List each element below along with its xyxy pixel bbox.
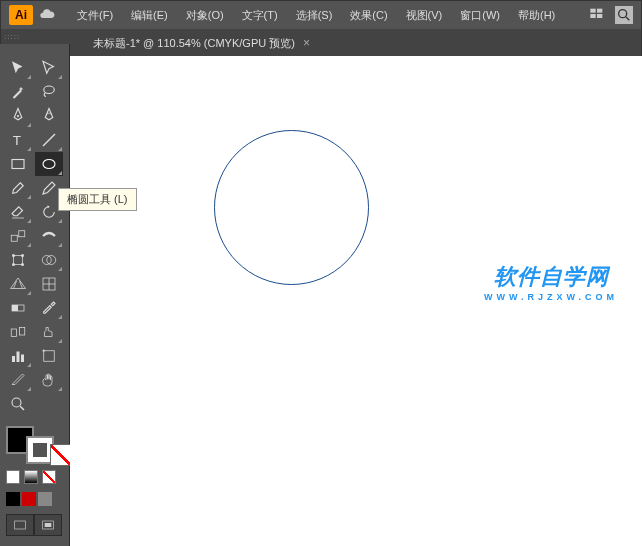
svg-point-18: [21, 254, 24, 257]
magic-wand-tool[interactable]: [4, 80, 32, 104]
svg-point-4: [619, 10, 627, 18]
svg-rect-35: [43, 351, 54, 362]
ellipse-shape[interactable]: [214, 130, 369, 285]
normal-screen-mode[interactable]: [6, 514, 34, 536]
svg-rect-40: [15, 521, 26, 529]
tool-tooltip: 椭圆工具 (L): [58, 188, 137, 211]
color-swatch-area: [0, 420, 69, 490]
svg-rect-34: [21, 355, 24, 363]
width-tool[interactable]: [35, 224, 63, 248]
svg-line-9: [43, 134, 55, 146]
svg-rect-1: [597, 8, 602, 12]
svg-rect-31: [20, 328, 25, 336]
svg-line-5: [626, 17, 629, 20]
color-mode-icon[interactable]: [6, 470, 20, 484]
none-mode-icon[interactable]: [42, 470, 56, 484]
slice-tool[interactable]: [4, 368, 32, 392]
screen-mode-row: [0, 508, 69, 542]
svg-point-6: [43, 86, 54, 94]
svg-point-7: [17, 115, 19, 117]
panel-grip-icon[interactable]: :::::: [4, 32, 20, 41]
cloud-icon[interactable]: [39, 6, 55, 25]
svg-rect-3: [597, 14, 602, 18]
svg-rect-2: [590, 14, 595, 18]
mesh-tool[interactable]: [35, 272, 63, 296]
lasso-tool[interactable]: [35, 80, 63, 104]
document-tabbar: 未标题-1* @ 110.54% (CMYK/GPU 预览) ×: [1, 29, 641, 57]
zoom-tool[interactable]: [4, 392, 32, 416]
paintbrush-tool[interactable]: [4, 176, 32, 200]
svg-rect-42: [45, 523, 52, 527]
shape-builder-tool[interactable]: [35, 248, 63, 272]
svg-point-20: [21, 263, 24, 266]
column-graph-tool[interactable]: [4, 344, 32, 368]
watermark-title: 软件自学网: [484, 262, 618, 292]
svg-rect-29: [12, 305, 18, 311]
menu-help[interactable]: 帮助(H): [510, 4, 563, 27]
svg-line-39: [20, 406, 24, 410]
document-tab[interactable]: 未标题-1* @ 110.54% (CMYK/GPU 预览) ×: [83, 32, 320, 55]
menubar: Ai 文件(F) 编辑(E) 对象(O) 文字(T) 选择(S) 效果(C) 视…: [1, 1, 641, 29]
eraser-tool[interactable]: [4, 200, 32, 224]
menu-type[interactable]: 文字(T): [234, 4, 286, 27]
blend-tool[interactable]: [4, 320, 32, 344]
workspace-switcher-icon[interactable]: [589, 6, 605, 25]
edit-toolbar-icon[interactable]: •••: [0, 542, 69, 546]
menu-object[interactable]: 对象(O): [178, 4, 232, 27]
watermark-url: WWW.RJZXW.COM: [484, 292, 618, 302]
rectangle-tool[interactable]: [4, 152, 32, 176]
color-swatch-gray[interactable]: [38, 492, 52, 506]
ellipse-tool[interactable]: [35, 152, 63, 176]
no-color-swatch[interactable]: [50, 444, 72, 466]
svg-point-17: [12, 254, 15, 257]
recent-colors-row: [0, 490, 69, 508]
color-swatch-black[interactable]: [6, 492, 20, 506]
svg-rect-30: [11, 329, 16, 337]
canvas-area[interactable]: 软件自学网 WWW.RJZXW.COM: [70, 56, 642, 546]
gradient-tool[interactable]: [4, 296, 32, 320]
svg-rect-16: [14, 256, 23, 265]
gradient-mode-icon[interactable]: [24, 470, 38, 484]
color-swatch-red[interactable]: [22, 492, 36, 506]
menu-select[interactable]: 选择(S): [288, 4, 341, 27]
type-tool[interactable]: T: [4, 128, 32, 152]
free-transform-tool[interactable]: [4, 248, 32, 272]
svg-rect-13: [11, 235, 17, 241]
svg-rect-0: [590, 8, 595, 12]
artboard-tool[interactable]: [35, 344, 63, 368]
scale-tool[interactable]: [4, 224, 32, 248]
eyedropper-tool[interactable]: [35, 296, 63, 320]
menu-window[interactable]: 窗口(W): [452, 4, 508, 27]
app-logo: Ai: [9, 5, 33, 25]
toolbox: T: [0, 44, 70, 546]
svg-point-11: [43, 160, 55, 169]
menu-view[interactable]: 视图(V): [398, 4, 451, 27]
selection-tool[interactable]: [4, 56, 32, 80]
line-tool[interactable]: [35, 128, 63, 152]
close-tab-icon[interactable]: ×: [303, 36, 310, 50]
symbol-sprayer-tool[interactable]: [35, 320, 63, 344]
pen-tool[interactable]: [4, 104, 32, 128]
search-icon[interactable]: [615, 6, 633, 24]
svg-rect-14: [19, 231, 25, 237]
hand-tool[interactable]: [35, 368, 63, 392]
menu-file[interactable]: 文件(F): [69, 4, 121, 27]
curvature-tool[interactable]: [35, 104, 63, 128]
direct-selection-tool[interactable]: [35, 56, 63, 80]
svg-point-38: [12, 398, 21, 407]
svg-text:T: T: [13, 133, 21, 148]
menu-effect[interactable]: 效果(C): [342, 4, 395, 27]
full-screen-mode[interactable]: [34, 514, 62, 536]
document-tab-title: 未标题-1* @ 110.54% (CMYK/GPU 预览): [93, 36, 295, 51]
svg-rect-33: [17, 352, 20, 363]
perspective-grid-tool[interactable]: [4, 272, 32, 296]
svg-rect-32: [12, 356, 15, 362]
svg-point-19: [12, 263, 15, 266]
menu-edit[interactable]: 编辑(E): [123, 4, 176, 27]
watermark: 软件自学网 WWW.RJZXW.COM: [484, 262, 618, 302]
svg-rect-10: [12, 160, 24, 169]
